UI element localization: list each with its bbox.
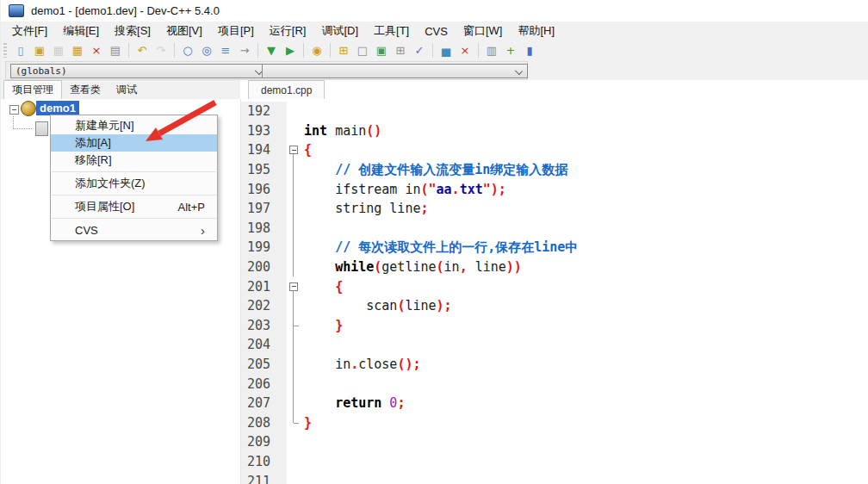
profile-delete-icon[interactable]: ×: [456, 42, 474, 59]
toolbar-group-6: ▅×: [435, 42, 476, 59]
fold-toggle-icon[interactable]: [287, 276, 301, 296]
toolbar: ▯▣▦▦×▤↶↷○◎≡→▼▶◉⊞□▣⊞✓▅×▥+▮: [1, 40, 868, 60]
print-icon[interactable]: ▤: [107, 42, 124, 59]
profile-icon[interactable]: ▅: [437, 42, 455, 59]
devcpp-window: demo1 - [demo1.dev] - Dev-C++ 5.4.0 文件[F…: [0, 0, 868, 484]
fold-column: [287, 199, 301, 219]
window-icon[interactable]: □: [354, 42, 371, 59]
goto-line-icon[interactable]: →: [236, 42, 253, 59]
tree-node-demo1[interactable]: demo1: [36, 101, 79, 115]
editor-tab-bar: demo1.cpp: [240, 80, 868, 99]
menubar-item-6[interactable]: 调试[D]: [313, 23, 366, 39]
menubar-item-4[interactable]: 项目[P]: [210, 23, 262, 39]
menubar: 文件[F]编辑[E]搜索[S]视图[V]项目[P]运行[R]调试[D]工具[T]…: [1, 22, 868, 40]
menubar-item-8[interactable]: CVS: [417, 25, 456, 38]
line-number: 197: [241, 199, 287, 219]
code-text: ifstream in("aa.txt");: [301, 182, 506, 197]
line-number: 198: [241, 219, 287, 239]
code-line: 195 // 创建文件输入流变量in绑定输入数据: [241, 160, 868, 180]
menubar-item-10[interactable]: 帮助[H]: [510, 23, 562, 39]
syntax-check-icon[interactable]: ✓: [411, 42, 428, 59]
tree-connector-line: [13, 116, 14, 129]
context-menu-item-remove[interactable]: 移除[R]: [51, 152, 217, 169]
code-text: // 创建文件输入流变量in绑定输入数据: [301, 162, 567, 178]
code-line: 207 return 0;: [241, 394, 868, 413]
tab-view-classes[interactable]: 查看类: [62, 80, 108, 99]
tree-collapse-icon[interactable]: [9, 105, 19, 115]
code-line: 196 ifstream in("aa.txt");: [241, 179, 868, 199]
menubar-item-3[interactable]: 视图[V]: [158, 23, 210, 39]
window-icon-glyph: □: [357, 45, 368, 56]
context-menu-separator: [52, 171, 216, 172]
context-menu-item-cvs[interactable]: CVS›: [51, 221, 217, 239]
compile-run-icon[interactable]: ◉: [308, 42, 326, 59]
navigation-panel: (globals): [5, 61, 528, 80]
context-menu-item-new-unit[interactable]: 新建单元[N]: [51, 117, 217, 134]
titlebar: demo1 - [demo1.dev] - Dev-C++ 5.4.0: [1, 0, 868, 22]
tab-debug[interactable]: 调试: [108, 80, 145, 99]
line-number: 201: [241, 276, 287, 296]
context-menu-item-project-properties[interactable]: 项目属性[O]Alt+P: [51, 198, 217, 215]
context-menu-item-label: 移除[R]: [75, 152, 112, 168]
line-number: 204: [241, 335, 287, 355]
close-file-icon[interactable]: ×: [88, 42, 105, 59]
code-text: int main(): [301, 123, 381, 139]
code-line: 204: [241, 335, 868, 355]
insert-icon-glyph: ▥: [487, 45, 497, 56]
context-menu-item-label: 添加文件夹(Z): [75, 176, 146, 191]
menubar-item-7[interactable]: 工具[T]: [366, 23, 417, 39]
code-line: 205 in.close();: [241, 355, 868, 375]
remove-icon[interactable]: ▮: [521, 42, 538, 59]
all-windows-icon[interactable]: ⊞: [392, 42, 409, 59]
line-number: 193: [241, 121, 287, 141]
line-number: 202: [241, 296, 287, 316]
member-combo[interactable]: [262, 64, 528, 78]
replace-icon-glyph: ≡: [221, 45, 231, 56]
save-all-icon[interactable]: ▦: [69, 42, 86, 59]
close-file-icon-glyph: ×: [92, 45, 102, 56]
replace-icon[interactable]: ≡: [217, 42, 234, 59]
undo-icon[interactable]: ↶: [133, 42, 151, 59]
toolbar-separator: [303, 43, 304, 58]
fold-toggle-icon[interactable]: [287, 140, 301, 160]
menubar-item-1[interactable]: 编辑[E]: [55, 23, 107, 39]
add-icon[interactable]: +: [502, 42, 519, 59]
context-menu-shortcut: Alt+P: [178, 201, 205, 214]
code-line: 206: [241, 374, 868, 394]
context-menu-separator: [52, 218, 216, 219]
window-colors-icon[interactable]: ▣: [373, 42, 390, 59]
chevron-down-icon[interactable]: [515, 67, 523, 75]
menubar-item-0[interactable]: 文件[F]: [4, 23, 55, 39]
context-menu-item-add-folder[interactable]: 添加文件夹(Z): [51, 175, 217, 192]
code-editor[interactable]: 192193int main()194{195 // 创建文件输入流变量in绑定…: [241, 99, 868, 484]
fold-column: [287, 219, 301, 239]
insert-icon[interactable]: ▥: [483, 42, 500, 59]
toolbar-group-7: ▥+▮: [480, 42, 541, 59]
symbol-combo[interactable]: (globals): [10, 64, 268, 78]
context-menu-item-add[interactable]: 添加[A]: [51, 134, 217, 152]
tree-child-file-icon[interactable]: [35, 121, 48, 136]
context-menu-item-label: CVS: [75, 224, 98, 237]
toolbar-separator: [478, 43, 479, 58]
project-grid-icon[interactable]: ⊞: [335, 42, 352, 59]
code-text: {: [301, 142, 312, 158]
open-icon-glyph: ▣: [34, 45, 45, 56]
menubar-item-9[interactable]: 窗口[W]: [456, 23, 511, 39]
side-panel-tabs: 项目管理查看类调试: [1, 80, 243, 99]
goto-line-icon-glyph: →: [240, 45, 250, 56]
toolbar-gripper[interactable]: [3, 43, 7, 58]
toolbar-separator: [330, 43, 331, 58]
compile-icon-glyph: ▼: [267, 45, 276, 56]
find-in-files-icon[interactable]: ◎: [198, 42, 215, 59]
compile-icon[interactable]: ▼: [263, 42, 280, 59]
menubar-item-5[interactable]: 运行[R]: [262, 23, 314, 39]
open-icon[interactable]: ▣: [31, 42, 48, 59]
tab-demo1-cpp[interactable]: demo1.cpp: [248, 80, 325, 99]
compile-run-icon-glyph: ◉: [312, 45, 321, 56]
tab-project-manager[interactable]: 项目管理: [3, 80, 62, 99]
menubar-item-2[interactable]: 搜索[S]: [107, 23, 158, 39]
run-icon[interactable]: ▶: [282, 42, 299, 59]
find-icon[interactable]: ○: [179, 42, 196, 59]
new-file-icon[interactable]: ▯: [12, 42, 29, 59]
tree-node-label: demo1: [40, 102, 76, 115]
